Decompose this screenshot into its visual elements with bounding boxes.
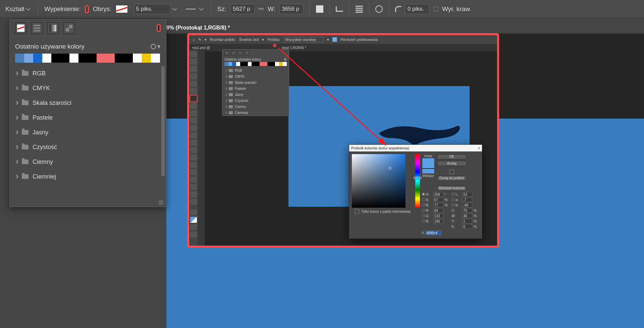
color-swatch[interactable] [78,54,88,63]
color-swatch[interactable] [33,54,42,63]
color-swatch[interactable] [263,62,267,66]
s-radio[interactable] [422,198,425,201]
b-radio[interactable] [422,203,425,206]
swatch-folder[interactable]: Pastele [222,85,289,91]
color-swatch[interactable] [69,54,78,63]
color-swatch[interactable] [283,62,287,66]
color-libraries-button[interactable]: Biblioteki kolorów [437,186,467,191]
color-swatch[interactable] [151,54,160,63]
color-swatch[interactable] [256,62,260,66]
swatch-folder[interactable]: Skala szarości [15,95,163,110]
stroke-style-dropdown[interactable] [182,4,205,14]
color-swatch[interactable] [60,54,69,63]
blur-tool-icon[interactable] [190,147,197,153]
path-select-icon[interactable] [190,177,197,183]
b-input[interactable] [433,203,443,207]
lab-b-radio[interactable] [451,203,454,206]
color-swatch[interactable] [51,54,60,63]
color-swatch[interactable] [124,54,133,63]
stroke-width-dropdown[interactable] [132,3,178,15]
dodge-tool-icon[interactable] [190,154,197,160]
shape-height-input[interactable] [279,4,304,14]
l-radio[interactable] [451,193,454,196]
bch-radio[interactable] [422,219,425,222]
g-radio[interactable] [422,214,425,217]
pen-tool-icon[interactable] [190,162,197,168]
color-swatch[interactable] [15,54,24,63]
swatch-folder[interactable]: RGB [15,66,163,81]
resize-grip-icon[interactable] [159,200,163,205]
brush-tool-icon[interactable] [190,110,197,116]
gear-icon[interactable] [375,5,383,13]
stroke-swatch-button[interactable] [116,5,128,13]
stroke-width-input[interactable] [134,4,171,14]
g-input[interactable] [433,213,443,218]
color-swatch[interactable] [42,54,51,63]
gear-icon[interactable]: ⚙ [284,58,287,61]
gradient-tool-icon[interactable] [190,140,197,146]
color-swatch[interactable] [224,62,228,66]
web-colors-checkbox[interactable] [355,209,359,214]
r-input[interactable] [433,208,443,213]
panel-menu-icon[interactable]: ▾ [157,43,161,50]
color-swatch[interactable] [88,54,97,63]
marquee-tool-icon[interactable] [190,59,197,65]
scrollbar[interactable] [161,66,165,177]
hand-tool-icon[interactable] [190,191,197,197]
swatch-folder[interactable]: CMYK [15,81,163,95]
document-tab[interactable]: 9% (Prostokąt 1,RGB/8) * [166,25,230,31]
history-brush-icon[interactable] [190,125,197,131]
color-swatch[interactable] [244,62,248,66]
inset-canvas[interactable]: Ostatnio używane kolory ⚙ RGBCMYKSkala s… [205,51,497,246]
gradient-fill-button[interactable] [238,51,243,55]
corner-radius-input[interactable] [405,4,429,14]
lab-b-input[interactable] [462,203,472,207]
color-swatch[interactable] [133,54,142,63]
tool-mode-dropdown[interactable]: Kształt [3,4,32,14]
color-swatch[interactable] [279,62,283,66]
stamp-tool-icon[interactable] [190,118,197,124]
h-radio[interactable] [422,193,425,196]
swatch-folder[interactable]: RGB [222,67,289,73]
shape-width-input[interactable] [230,4,255,14]
y-input[interactable] [462,219,472,223]
color-swatch[interactable] [232,62,236,66]
swatch-folder[interactable]: Jasny [222,91,289,97]
move-tool-icon[interactable] [190,51,197,57]
fg-bg-swatch-icon[interactable] [190,217,197,223]
link-wh-icon[interactable]: ⚯ [259,5,264,13]
color-swatch[interactable] [142,54,151,63]
wand-tool-icon[interactable] [190,73,197,79]
frame-tool-icon[interactable] [190,88,197,94]
saturation-value-field[interactable] [352,154,406,208]
color-swatch[interactable] [260,62,264,66]
l-input[interactable] [462,192,472,197]
s-input[interactable] [433,197,443,202]
a-input[interactable] [462,197,472,202]
open-color-picker-button[interactable] [158,25,159,31]
type-tool-icon[interactable] [190,169,197,175]
sample-layers-dropdown[interactable]: Wszystkie warstwy [283,37,324,42]
add-to-swatches-button[interactable]: Dodaj do próbek [437,176,467,181]
eyedropper-tool-icon[interactable] [190,95,197,102]
path-ops-icon[interactable] [316,5,323,13]
align-edges-checkbox[interactable] [433,7,438,11]
hex-input[interactable] [425,231,441,235]
arrange-icon[interactable] [356,5,363,13]
sample-size-value[interactable]: Średnia 3x3 [239,38,259,42]
c-input[interactable] [462,208,472,213]
screenmode-icon[interactable] [190,232,197,238]
ok-button[interactable]: OK [437,154,467,159]
swatch-folder[interactable]: CMYK [222,73,289,79]
zoom-tool-icon[interactable] [190,199,197,205]
color-swatch[interactable] [248,62,252,66]
pattern-fill-button[interactable] [63,22,75,34]
swatch-folder[interactable]: Skala szarości [222,79,289,85]
color-swatch[interactable] [228,62,232,66]
color-swatch[interactable] [267,62,271,66]
swatch-folder[interactable]: Ciemniej [15,169,163,184]
current-color-swatch[interactable] [422,169,435,174]
shape-tool-icon[interactable] [190,184,197,190]
no-fill-button[interactable] [15,22,26,34]
swatch-folders-list[interactable]: RGBCMYKSkala szarościPasteleJasnyCzystoś… [222,67,289,116]
